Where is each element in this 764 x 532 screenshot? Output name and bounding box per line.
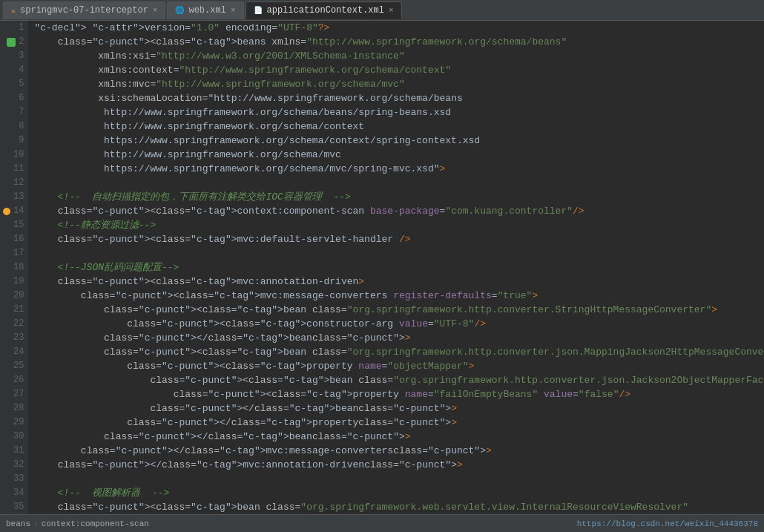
line-num-11: 11 <box>3 162 24 176</box>
line-num-2: 2 <box>3 35 24 49</box>
code-line-27: class="c-punct"><class="c-tag">property … <box>28 387 764 401</box>
line-num-14: 14 <box>3 204 24 218</box>
line-num-20: 20 <box>3 289 24 303</box>
breadcrumb-beans: beans <box>6 519 30 528</box>
code-line-11: https://www.springframework.org/schema/m… <box>28 162 764 176</box>
line-num-4: 4 <box>3 63 24 77</box>
line-num-35: 35 <box>3 500 24 514</box>
code-line-24: class="c-punct"><class="c-tag">bean clas… <box>28 345 764 359</box>
webxml-tab-close[interactable]: × <box>231 6 236 15</box>
watermark: https://blog.csdn.net/weixin_44436378 <box>577 519 758 528</box>
code-line-12 <box>28 176 764 190</box>
code-line-3: xmlns:xsi="http://www.w3.org/2001/XMLSch… <box>28 49 764 63</box>
code-line-13: <!-- 自动扫描指定的包，下面所有注解类交给IOC容器管理 --> <box>28 190 764 204</box>
line-num-32: 32 <box>3 458 24 472</box>
code-line-29: class="c-punct"></class="c-tag">property… <box>28 416 764 430</box>
code-line-28: class="c-punct"></class="c-tag">beanclas… <box>28 401 764 416</box>
line-num-7: 7 <box>3 105 24 119</box>
line-num-31: 31 <box>3 444 24 458</box>
code-line-22: class="c-punct"><class="c-tag">construct… <box>28 317 764 331</box>
breadcrumb-component-scan: context:component-scan <box>42 519 149 528</box>
code-line-14: class="c-punct"><class="c-tag">context:c… <box>28 204 764 218</box>
line-num-25: 25 <box>3 359 24 373</box>
webxml-tab-label: web.xml <box>188 5 225 16</box>
line-num-12: 12 <box>3 176 24 190</box>
code-line-18: <!--JSON乱码问题配置--> <box>28 260 764 275</box>
status-bar: beans › context:component-scan https://b… <box>0 514 764 532</box>
line-num-18: 18 <box>3 260 24 275</box>
code-line-31: class="c-punct"></class="c-tag">mvc:mess… <box>28 444 764 458</box>
line-num-28: 28 <box>3 401 24 416</box>
springmvc-tab-icon: ☕ <box>11 6 16 15</box>
webxml-tab-icon: 🌐 <box>175 6 184 15</box>
springmvc-tab-label: springmvc-07-interceptor <box>20 5 148 16</box>
code-line-33 <box>28 472 764 486</box>
code-line-23: class="c-punct"></class="c-tag">beanclas… <box>28 331 764 345</box>
line-numbers: 1234567891011121314151617181920212223242… <box>0 21 28 514</box>
line-num-16: 16 <box>3 232 24 246</box>
line-num-10: 10 <box>3 148 24 162</box>
appcontext-tab-label: applicationContext.xml <box>267 5 384 16</box>
tab-springmvc[interactable]: ☕ springmvc-07-interceptor × <box>3 1 165 19</box>
gutter-warning-icon <box>3 208 10 215</box>
breadcrumb-sep1: › <box>33 519 39 528</box>
code-line-8: http://www.springframework.org/schema/co… <box>28 119 764 134</box>
line-num-8: 8 <box>3 119 24 134</box>
line-num-6: 6 <box>3 91 24 105</box>
line-num-26: 26 <box>3 373 24 387</box>
code-content[interactable]: "c-decl"> "c-attr">version="1.0" encodin… <box>28 21 764 514</box>
tab-bar: ☕ springmvc-07-interceptor × 🌐 web.xml ×… <box>0 0 764 21</box>
code-line-1: "c-decl"> "c-attr">version="1.0" encodin… <box>28 21 764 35</box>
line-num-27: 27 <box>3 387 24 401</box>
code-line-4: xmlns:context="http://www.springframewor… <box>28 63 764 77</box>
appcontext-tab-icon: 📄 <box>254 6 263 15</box>
line-num-5: 5 <box>3 77 24 91</box>
tab-appcontext[interactable]: 📄 applicationContext.xml × <box>246 1 402 19</box>
code-line-32: class="c-punct"></class="c-tag">mvc:anno… <box>28 458 764 472</box>
code-line-26: class="c-punct"><class="c-tag">bean clas… <box>28 373 764 387</box>
line-num-30: 30 <box>3 430 24 444</box>
code-line-21: class="c-punct"><class="c-tag">bean clas… <box>28 303 764 317</box>
code-line-25: class="c-punct"><class="c-tag">property … <box>28 359 764 373</box>
springmvc-tab-close[interactable]: × <box>153 6 158 15</box>
code-line-5: xmlns:mvc="http://www.springframework.or… <box>28 77 764 91</box>
line-num-15: 15 <box>3 218 24 232</box>
line-num-22: 22 <box>3 317 24 331</box>
code-line-2: class="c-punct"><class="c-tag">beans xml… <box>28 35 764 49</box>
code-line-35: class="c-punct"><class="c-tag">bean clas… <box>28 500 764 514</box>
line-num-19: 19 <box>3 275 24 289</box>
line-num-33: 33 <box>3 472 24 486</box>
code-line-15: <!--静态资源过滤--> <box>28 218 764 232</box>
line-num-34: 34 <box>3 486 24 500</box>
code-line-30: class="c-punct"></class="c-tag">beanclas… <box>28 430 764 444</box>
appcontext-tab-close[interactable]: × <box>389 6 394 15</box>
line-num-23: 23 <box>3 331 24 345</box>
line-num-1: 1 <box>3 21 24 35</box>
line-num-24: 24 <box>3 345 24 359</box>
code-line-16: class="c-punct"><class="c-tag">mvc:defau… <box>28 232 764 246</box>
tab-webxml[interactable]: 🌐 web.xml × <box>167 1 243 19</box>
line-num-3: 3 <box>3 49 24 63</box>
breadcrumb: beans › context:component-scan <box>6 519 149 528</box>
code-line-10: http://www.springframework.org/schema/mv… <box>28 148 764 162</box>
editor-area: 1234567891011121314151617181920212223242… <box>0 21 764 514</box>
code-line-19: class="c-punct"><class="c-tag">mvc:annot… <box>28 275 764 289</box>
line-num-13: 13 <box>3 190 24 204</box>
line-num-9: 9 <box>3 134 24 148</box>
line-num-17: 17 <box>3 246 24 260</box>
code-line-9: https://www.springframework.org/schema/c… <box>28 134 764 148</box>
line-num-21: 21 <box>3 303 24 317</box>
gutter-bean-icon <box>7 38 16 47</box>
code-line-34: <!-- 视图解析器 --> <box>28 486 764 500</box>
code-line-6: xsi:schemaLocation="http://www.springfra… <box>28 91 764 105</box>
code-line-20: class="c-punct"><class="c-tag">mvc:messa… <box>28 289 764 303</box>
code-line-7: http://www.springframework.org/schema/be… <box>28 105 764 119</box>
line-num-29: 29 <box>3 416 24 430</box>
code-line-17 <box>28 246 764 260</box>
